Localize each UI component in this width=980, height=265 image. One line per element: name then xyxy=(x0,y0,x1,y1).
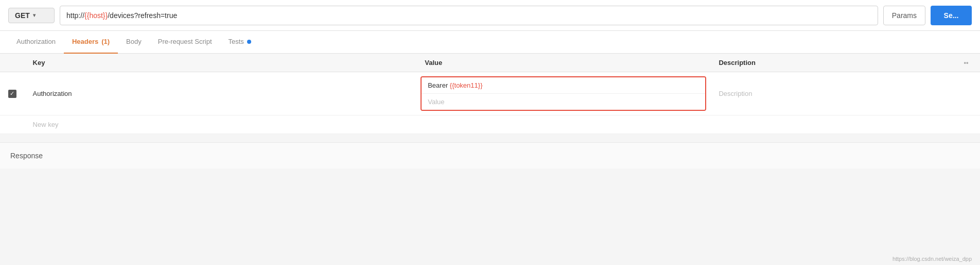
row-value-cell[interactable]: Bearer {{token11}} Value xyxy=(416,72,710,115)
footer-text: https://blog.csdn.net/weiza_dpp xyxy=(892,256,972,262)
new-description-cell[interactable] xyxy=(710,115,955,134)
col-value-header: Value xyxy=(416,54,710,72)
headers-badge: (1) xyxy=(101,38,110,45)
row-checkbox[interactable]: ✓ xyxy=(8,90,16,98)
row-checkbox-cell: ✓ xyxy=(0,72,25,115)
col-key-header: Key xyxy=(25,54,417,72)
headers-table: Key Value Description •• ✓ xyxy=(0,54,980,134)
top-bar: GET ▾ http://{{host}}/devices?refresh=tr… xyxy=(0,0,980,31)
tab-prerequest[interactable]: Pre-request Script xyxy=(150,31,220,54)
col-actions-header: •• xyxy=(955,54,980,72)
new-value-cell[interactable] xyxy=(416,115,710,134)
table-row: ✓ Authorization Bearer {{token11}} Value xyxy=(0,72,980,115)
send-button[interactable]: Se... xyxy=(931,6,972,25)
row-key-cell[interactable]: Authorization xyxy=(25,72,417,115)
row-key-text: Authorization xyxy=(33,90,72,97)
new-row-checkbox-cell xyxy=(0,115,25,134)
value-empty-row[interactable]: Value xyxy=(422,93,705,110)
tab-body[interactable]: Body xyxy=(118,31,150,54)
url-suffix: /devices?refresh=true xyxy=(108,11,177,20)
tab-tests[interactable]: Tests xyxy=(220,31,259,54)
value-variable-text: {{token11}} xyxy=(450,81,483,89)
row-description-cell[interactable]: Description xyxy=(710,72,955,115)
method-label: GET xyxy=(15,11,30,20)
new-desc-placeholder: Description xyxy=(719,90,752,97)
response-label: Response xyxy=(10,152,43,160)
new-key-placeholder: New key xyxy=(33,121,59,128)
url-host-variable: {{host}} xyxy=(84,11,108,20)
tab-headers[interactable]: Headers (1) xyxy=(64,31,118,54)
new-key-row: New key xyxy=(0,115,980,134)
col-description-header: Description xyxy=(710,54,955,72)
new-actions-cell xyxy=(955,115,980,134)
new-value-placeholder: Value xyxy=(428,98,444,106)
url-prefix: http:// xyxy=(66,11,84,20)
params-button[interactable]: Params xyxy=(883,6,925,25)
footer-bar: https://blog.csdn.net/weiza_dpp xyxy=(884,253,980,265)
new-key-cell[interactable]: New key xyxy=(25,115,417,134)
tabs-bar: Authorization Headers (1) Body Pre-reque… xyxy=(0,31,980,54)
tests-dot-icon xyxy=(247,40,251,44)
chevron-down-icon: ▾ xyxy=(33,12,36,18)
headers-content: Key Value Description •• ✓ xyxy=(0,54,980,134)
response-section: Response xyxy=(0,142,980,169)
tab-authorization[interactable]: Authorization xyxy=(8,31,64,54)
row-actions-cell xyxy=(955,72,980,115)
value-filled-row[interactable]: Bearer {{token11}} xyxy=(422,77,705,93)
method-selector[interactable]: GET ▾ xyxy=(8,8,55,23)
value-highlight-box: Bearer {{token11}} Value xyxy=(421,76,706,111)
col-checkbox-header xyxy=(0,54,25,72)
value-prefix-text: Bearer xyxy=(428,81,450,89)
